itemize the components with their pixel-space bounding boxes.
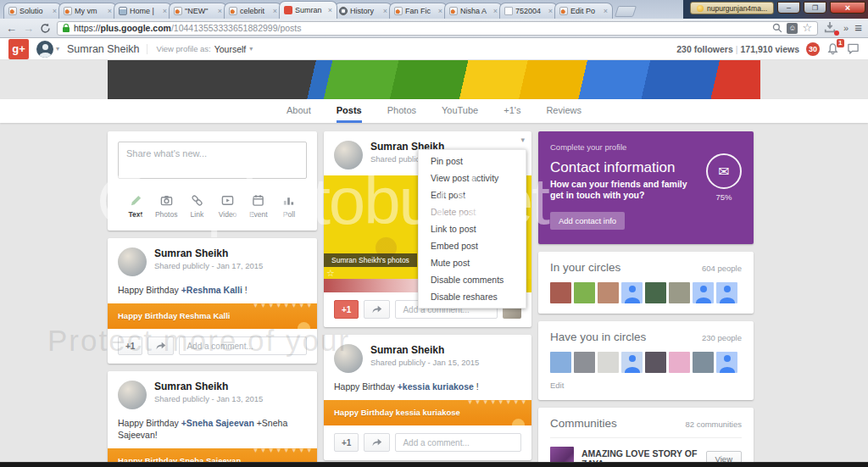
browser-tab[interactable]: Home | <box>114 3 172 19</box>
circle-member-avatar[interactable] <box>693 352 714 373</box>
birthday-banner-image[interactable]: Happy Birthday Sneha Sajeevan <box>108 448 317 462</box>
post-menu-chevron-icon[interactable] <box>520 136 525 144</box>
tab-close-icon[interactable] <box>548 8 553 15</box>
share-input[interactable] <box>118 142 307 179</box>
circle-member-avatar[interactable] <box>574 352 595 373</box>
browser-tab[interactable]: 752004 <box>499 3 558 19</box>
add-contact-info-button[interactable]: Add contact info <box>550 212 625 230</box>
browser-tab[interactable]: Fan Fic <box>389 3 448 19</box>
https-padlock-icon[interactable] <box>63 27 70 32</box>
tab-close-icon[interactable] <box>108 8 112 15</box>
edit-circles-link[interactable]: Edit <box>550 381 742 390</box>
tab-close-icon[interactable] <box>273 8 277 15</box>
overflow-extensions-icon[interactable] <box>843 23 849 33</box>
share-poll-button[interactable]: Poll <box>275 194 303 219</box>
circle-member-avatar[interactable] <box>669 282 690 303</box>
browser-tab[interactable]: Sumran <box>279 1 337 19</box>
forward-button[interactable] <box>23 23 34 34</box>
post-author-name[interactable]: Sumran Sheikh <box>370 344 479 357</box>
view-community-button[interactable]: View <box>706 451 742 463</box>
circle-member-avatar[interactable] <box>716 282 737 303</box>
post-author-avatar[interactable] <box>118 247 147 276</box>
post-author-avatar[interactable] <box>118 381 147 409</box>
photo-album-label[interactable]: Sumran Sheikh's photos <box>324 253 417 267</box>
post-menu-item[interactable]: Embed post <box>419 237 526 254</box>
comment-input[interactable] <box>395 433 521 452</box>
post-menu-item[interactable]: Disable comments <box>419 271 526 288</box>
share-photos-button[interactable]: Photos <box>152 194 181 219</box>
plus-one-button[interactable]: +1 <box>118 336 142 355</box>
reshare-button[interactable] <box>364 433 390 452</box>
view-profile-as[interactable]: View profile as: Yourself <box>147 44 253 54</box>
browser-tab[interactable]: Solutio <box>3 3 62 19</box>
communities-count[interactable]: 82 communities <box>685 420 742 429</box>
url-text[interactable]: https://plus.google.com/1044135533336518… <box>74 23 302 33</box>
post-menu-item[interactable]: Mute post <box>419 254 526 271</box>
share-link-button[interactable]: Link <box>182 194 211 219</box>
post-author-name[interactable]: Sumran Sheikh <box>154 381 263 393</box>
circle-member-avatar[interactable] <box>716 352 737 373</box>
window-minimize-button[interactable] <box>777 2 800 14</box>
reshare-button[interactable] <box>364 300 390 319</box>
search-icon[interactable] <box>772 23 782 33</box>
refresh-button[interactable] <box>40 23 51 34</box>
post-author-name[interactable]: Sumran Sheikh <box>154 247 263 260</box>
people-count[interactable]: 230 people <box>702 333 742 342</box>
profile-nav-tab[interactable]: Posts <box>337 99 362 123</box>
download-extension-icon[interactable] <box>824 21 837 35</box>
chrome-profile-button[interactable]: nupurgunjan4ma... <box>690 2 774 14</box>
address-bar[interactable]: https://plus.google.com/1044135533336518… <box>57 21 818 36</box>
post-menu-item[interactable]: Link to post <box>419 220 526 237</box>
profile-nav-tab[interactable]: Reviews <box>546 99 581 123</box>
share-event-button[interactable]: Event <box>244 194 273 219</box>
chrome-menu-icon[interactable] <box>854 23 862 34</box>
profile-nav-tab[interactable]: About <box>287 99 311 123</box>
windows-taskbar-edge[interactable] <box>0 462 868 467</box>
plus-one-button[interactable]: +1 <box>334 300 359 319</box>
post-menu-item[interactable]: Disable reshares <box>419 288 526 305</box>
plus-one-button[interactable]: +1 <box>334 433 359 452</box>
people-count[interactable]: 604 people <box>702 264 742 273</box>
post-menu-item[interactable]: Delete post <box>419 203 526 220</box>
cover-photo[interactable] <box>108 60 760 99</box>
share-text-button[interactable]: Text <box>121 194 150 219</box>
window-close-button[interactable] <box>830 2 865 14</box>
circle-member-avatar[interactable] <box>598 282 619 303</box>
profile-nav-tab[interactable]: Photos <box>387 99 416 123</box>
circle-member-avatar[interactable] <box>669 352 690 373</box>
post-menu-item[interactable]: View post activity <box>419 170 526 186</box>
tab-close-icon[interactable] <box>383 8 387 15</box>
mention-link[interactable]: +kessia kuriakose <box>398 381 474 392</box>
reshare-button[interactable] <box>147 336 174 355</box>
circle-member-avatar[interactable] <box>693 282 714 303</box>
browser-tab[interactable]: My vm <box>58 3 117 19</box>
extension-smiley-icon[interactable] <box>787 23 798 34</box>
tab-close-icon[interactable] <box>328 7 332 14</box>
circle-member-avatar[interactable] <box>645 352 666 373</box>
post-author-avatar[interactable] <box>334 141 363 170</box>
new-tab-button[interactable] <box>615 6 637 17</box>
account-switcher[interactable] <box>36 41 59 58</box>
browser-tab[interactable]: Nisha A <box>444 3 503 19</box>
mention-link[interactable]: +Reshma Kalli <box>181 285 242 295</box>
tab-close-icon[interactable] <box>53 8 57 15</box>
share-video-button[interactable]: Video <box>214 194 242 219</box>
tab-close-icon[interactable] <box>218 8 222 15</box>
circle-member-avatar[interactable] <box>621 282 643 303</box>
browser-tab[interactable]: "NEW" <box>169 3 227 19</box>
birthday-banner-image[interactable]: Happy Birthday kessia kuriakose <box>324 400 531 425</box>
circle-member-avatar[interactable] <box>550 282 571 303</box>
comment-input[interactable] <box>179 336 307 355</box>
tab-close-icon[interactable] <box>604 8 608 15</box>
back-button[interactable] <box>6 23 17 34</box>
community-name[interactable]: AMAZING LOVE STORY OF ZAYA <box>581 448 698 462</box>
browser-tab[interactable]: celebrit <box>224 3 282 19</box>
mention-link[interactable]: +Sneha Sajeevan <box>181 418 254 428</box>
circle-member-avatar[interactable] <box>645 282 666 303</box>
post-menu-item[interactable]: Pin post <box>419 153 526 170</box>
tab-close-icon[interactable] <box>163 8 167 15</box>
browser-tab[interactable]: History <box>334 3 392 19</box>
circle-member-avatar[interactable] <box>598 352 619 373</box>
tab-close-icon[interactable] <box>493 8 498 15</box>
tab-close-icon[interactable] <box>438 8 442 15</box>
